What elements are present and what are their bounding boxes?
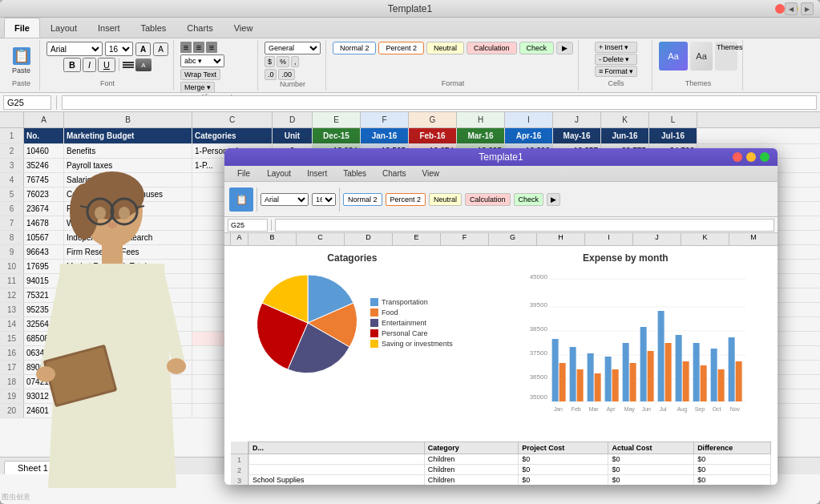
font-size-select[interactable]: 16 xyxy=(105,42,133,56)
decimal-increase[interactable]: .0 xyxy=(265,69,277,80)
overlay-font-select[interactable]: Arial xyxy=(261,193,309,206)
tab-layout[interactable]: Layout xyxy=(40,18,87,38)
align-center-icon[interactable]: ≡ xyxy=(193,42,204,53)
align-left-icon[interactable]: ≡ xyxy=(180,42,192,53)
lower-cell-actual3[interactable]: $0 xyxy=(608,475,694,486)
col-header-d[interactable]: D xyxy=(273,112,313,127)
text-wrap-select[interactable]: abc ▾ xyxy=(180,54,224,67)
overlay-tab-view[interactable]: View xyxy=(414,167,448,179)
overlay-close-button[interactable] xyxy=(733,152,742,162)
theme-aa2-button[interactable]: Aa xyxy=(690,42,713,71)
format-more-button[interactable]: ▶ xyxy=(556,42,573,54)
merge-button[interactable]: Merge ▾ xyxy=(180,82,215,93)
italic-button[interactable]: I xyxy=(83,58,96,72)
color-picker[interactable]: A xyxy=(135,58,151,71)
themes-more-button[interactable]: Themes xyxy=(715,42,737,71)
lower-cell-proj1[interactable]: $0 xyxy=(519,454,608,465)
decimal-decrease[interactable]: .00 xyxy=(278,69,295,80)
overlay-tab-charts[interactable]: Charts xyxy=(374,167,414,179)
overlay-maximize-button[interactable] xyxy=(760,152,770,162)
overlay-formula-input[interactable] xyxy=(275,219,774,232)
lower-cell-d2[interactable] xyxy=(249,465,425,475)
tab-file[interactable]: File xyxy=(4,18,40,38)
tab-view[interactable]: View xyxy=(224,18,264,38)
currency-button[interactable]: $ xyxy=(265,56,275,67)
overlay-col-i[interactable]: I xyxy=(585,233,633,245)
tab-tables[interactable]: Tables xyxy=(131,18,177,38)
theme-aa-button[interactable]: Aa xyxy=(659,42,688,71)
font-size-increase[interactable]: A xyxy=(135,42,151,56)
overlay-tab-insert[interactable]: Insert xyxy=(299,167,335,179)
paste-button[interactable]: 📋 Paste xyxy=(8,45,34,77)
overlay-col-j[interactable]: J xyxy=(633,233,681,245)
calculation-button[interactable]: Calculation xyxy=(467,42,517,54)
overlay-col-f[interactable]: F xyxy=(441,233,489,245)
overlay-col-h[interactable]: H xyxy=(537,233,585,245)
lower-cell-proj3[interactable]: $0 xyxy=(519,475,608,486)
lower-cell-d3[interactable]: School Supplies xyxy=(249,475,425,486)
overlay-col-b[interactable]: B xyxy=(248,233,297,245)
cell-c1[interactable]: Categories xyxy=(192,128,273,143)
cell-g1[interactable]: Feb-16 xyxy=(409,128,457,143)
formula-input[interactable] xyxy=(62,95,817,110)
font-name-select[interactable]: Arial xyxy=(46,42,103,56)
tab-insert[interactable]: Insert xyxy=(87,18,131,38)
cell-j1[interactable]: May-16 xyxy=(553,128,601,143)
col-header-l[interactable]: L xyxy=(649,112,697,127)
cell-d1[interactable]: Unit xyxy=(273,128,313,143)
lower-cell-diff2[interactable]: $0 xyxy=(694,465,771,475)
overlay-calc-btn[interactable]: Calculation xyxy=(465,193,511,206)
overlay-col-a[interactable]: A xyxy=(231,233,248,245)
cell-l1[interactable]: Jul-16 xyxy=(649,128,697,143)
lower-cell-diff1[interactable]: $0 xyxy=(694,454,771,465)
cell-a1[interactable]: No. xyxy=(24,128,64,143)
col-header-i[interactable]: I xyxy=(505,112,553,127)
col-header-b[interactable]: B xyxy=(64,112,192,127)
check-button[interactable]: Check xyxy=(519,42,555,54)
overlay-col-e[interactable]: E xyxy=(393,233,441,245)
lower-cell-cat2[interactable]: Children xyxy=(424,465,519,475)
overlay-neutral-btn[interactable]: Neutral xyxy=(429,193,462,206)
underline-button[interactable]: U xyxy=(98,58,115,72)
overlay-more-btn[interactable]: ▶ xyxy=(547,193,560,206)
format-cells-button[interactable]: ≡Format ▾ xyxy=(595,66,637,77)
col-header-c[interactable]: C xyxy=(192,112,273,127)
overlay-minimize-button[interactable] xyxy=(746,152,756,162)
col-header-g[interactable]: G xyxy=(409,112,457,127)
cell-b1[interactable]: Marketing Budget xyxy=(64,128,192,143)
overlay-tab-tables[interactable]: Tables xyxy=(335,167,374,179)
col-header-a[interactable]: A xyxy=(24,112,64,127)
cell-i1[interactable]: Apr-16 xyxy=(505,128,553,143)
col-header-j[interactable]: J xyxy=(553,112,601,127)
close-button[interactable] xyxy=(775,4,785,14)
overlay-tab-layout[interactable]: Layout xyxy=(259,167,299,179)
col-header-k[interactable]: K xyxy=(601,112,649,127)
percent-button[interactable]: % xyxy=(277,56,289,67)
insert-cells-button[interactable]: +Insert ▾ xyxy=(595,42,637,53)
delete-cells-button[interactable]: -Delete ▾ xyxy=(595,54,637,65)
overlay-percent2-btn[interactable]: Percent 2 xyxy=(386,193,426,206)
bold-button[interactable]: B xyxy=(63,58,81,72)
cell-f1[interactable]: Jan-16 xyxy=(361,128,409,143)
nav-forward[interactable]: ▶ xyxy=(801,2,814,15)
overlay-normal2-btn[interactable]: Normal 2 xyxy=(343,193,382,206)
cell-reference-input[interactable] xyxy=(3,95,51,110)
overlay-col-m[interactable]: M xyxy=(729,233,778,245)
overlay-cell-ref[interactable] xyxy=(228,219,268,232)
cell-e1[interactable]: Dec-15 xyxy=(313,128,361,143)
col-header-e[interactable]: E xyxy=(313,112,361,127)
lower-cell-cat3[interactable]: Children xyxy=(424,475,519,486)
percent2-button[interactable]: Percent 2 xyxy=(378,42,424,54)
cell-h1[interactable]: Mar-16 xyxy=(457,128,505,143)
overlay-col-d[interactable]: D xyxy=(345,233,393,245)
lower-cell-actual2[interactable]: $0 xyxy=(608,465,694,475)
col-header-f[interactable]: F xyxy=(361,112,409,127)
lower-cell-cat1[interactable]: Children xyxy=(424,454,519,465)
align-right-icon[interactable]: ≡ xyxy=(206,42,217,53)
tab-charts[interactable]: Charts xyxy=(176,18,223,38)
normal2-button[interactable]: Normal 2 xyxy=(333,42,377,54)
neutral-button[interactable]: Neutral xyxy=(426,42,464,54)
nav-back[interactable]: ◀ xyxy=(785,2,798,15)
comma-button[interactable]: , xyxy=(291,56,300,67)
overlay-col-c[interactable]: C xyxy=(297,233,345,245)
